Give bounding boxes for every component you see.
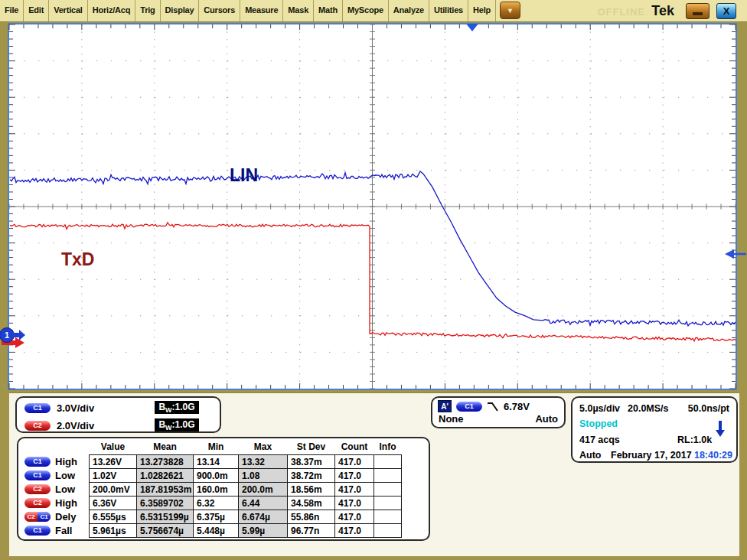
measurement-cell: 417.0 bbox=[334, 523, 374, 538]
measurement-cell: 13.14 bbox=[193, 454, 239, 469]
menu-dropdown-button[interactable]: ▼ bbox=[500, 2, 520, 19]
time: 18:40:29 bbox=[694, 450, 732, 461]
measurement-cell: 34.58m bbox=[287, 496, 335, 510]
trace-label-lin: LIN bbox=[230, 165, 258, 185]
channel-panel[interactable]: C1 3.0V/div BW:1.0G C2 2.0V/div BW:1.0G bbox=[15, 396, 221, 433]
measurement-source-badge: C2 bbox=[24, 498, 51, 508]
measurement-cell: 417.0 bbox=[334, 482, 374, 497]
measurement-label: High bbox=[55, 456, 77, 467]
c2-badge[interactable]: C2 bbox=[24, 421, 51, 431]
measurement-cell: 5.99µ bbox=[238, 523, 288, 538]
measurement-cell: 6.674µ bbox=[238, 510, 288, 524]
measurement-cell: 6.375µ bbox=[193, 510, 239, 524]
measurement-table[interactable]: ValueMeanMinMaxSt DevCountInfoC1High13.2… bbox=[17, 437, 430, 541]
menu-item-edit[interactable]: Edit bbox=[24, 0, 49, 21]
menu-item-utilities[interactable]: Utilities bbox=[429, 0, 468, 21]
channel-row-c1: C1 3.0V/div BW:1.0G bbox=[24, 400, 220, 415]
measurement-cell bbox=[374, 454, 402, 469]
menu-item-horizacq[interactable]: Horiz/Acq bbox=[88, 0, 136, 21]
acquisition-count: 417 acqs bbox=[579, 435, 620, 445]
measurement-cell: 6.36V bbox=[89, 496, 137, 510]
measurement-cell bbox=[374, 523, 402, 538]
measurement-cell: 1.08 bbox=[238, 468, 288, 483]
measurement-cell: 900.0m bbox=[193, 468, 239, 483]
measurement-cell bbox=[374, 496, 402, 510]
measurement-cell: 417.0 bbox=[334, 510, 374, 524]
measurement-row: C1High13.26V13.27382813.1413.3238.37m417… bbox=[18, 454, 429, 469]
menu-item-cursors[interactable]: Cursors bbox=[199, 0, 240, 21]
menu-item-math[interactable]: Math bbox=[314, 0, 343, 21]
measurement-source-badge: C2C1 bbox=[24, 512, 51, 522]
menu-item-analyze[interactable]: Analyze bbox=[389, 0, 429, 21]
record-length: RL:1.0k bbox=[677, 435, 712, 445]
measurement-cell: 13.273828 bbox=[136, 454, 194, 469]
measurement-cell: 6.3589702 bbox=[136, 496, 194, 510]
c2-scale: 2.0V/div bbox=[57, 420, 94, 431]
measurement-source-badge: C1 bbox=[24, 470, 51, 480]
measurement-row: C2C1Dely6.555µs6.5315199µ6.375µ6.674µ55.… bbox=[18, 510, 429, 524]
minimize-icon bbox=[693, 12, 703, 15]
sample-rate: 20.0MS/s bbox=[628, 403, 669, 414]
column-header: St Dev bbox=[297, 441, 325, 452]
measurement-cell: 38.72m bbox=[287, 468, 335, 483]
readout-area: C1 3.0V/div BW:1.0G C2 2.0V/div BW:1.0G … bbox=[9, 392, 739, 556]
measurement-row: C2High6.36V6.35897026.326.4434.58m417.0 bbox=[18, 496, 429, 510]
channel-row-c2: C2 2.0V/div BW:1.0G bbox=[24, 418, 220, 433]
graticule: LINTxD1 bbox=[9, 24, 736, 389]
waveform-display[interactable]: LINTxD1 bbox=[8, 23, 737, 390]
measurement-cell bbox=[374, 482, 402, 497]
trigger-panel[interactable]: A' C1 6.78V None Auto bbox=[431, 396, 566, 428]
menu-item-display[interactable]: Display bbox=[161, 0, 200, 21]
measurement-cell: 38.37m bbox=[287, 454, 335, 469]
trigger-event-badge: A' bbox=[438, 400, 452, 412]
menu-item-help[interactable]: Help bbox=[468, 0, 496, 21]
measurement-source-badge: C1 bbox=[24, 526, 51, 536]
menu-item-mask[interactable]: Mask bbox=[283, 0, 314, 21]
measurement-row: C1Low1.02V1.0282621900.0m1.0838.72m417.0 bbox=[18, 468, 429, 483]
trigger-holdoff: None bbox=[439, 413, 464, 425]
measurement-row: C1Fall5.961µs5.756674µ5.448µ5.99µ96.77n4… bbox=[18, 523, 429, 538]
measurement-cell: 96.77n bbox=[287, 523, 335, 538]
column-header: Mean bbox=[153, 441, 177, 452]
measurement-cell: 13.26V bbox=[89, 454, 137, 469]
trigger-level: 6.78V bbox=[504, 401, 530, 412]
measurement-cell: 200.0mV bbox=[89, 482, 137, 497]
measurement-cell bbox=[374, 510, 402, 524]
measurement-cell: 5.961µs bbox=[89, 523, 137, 538]
timebase-scale: 5.0µs/div bbox=[579, 403, 620, 414]
measurement-cell: 18.56m bbox=[287, 482, 335, 497]
watermark: OFFLINE bbox=[597, 6, 645, 18]
c1-badge[interactable]: C1 bbox=[24, 403, 51, 413]
measurement-label: Fall bbox=[55, 525, 72, 536]
measurement-label: Dely bbox=[55, 511, 76, 523]
measurement-cell: 6.5315199µ bbox=[136, 510, 194, 524]
measurement-cell: 1.02V bbox=[89, 468, 137, 483]
column-header: Count bbox=[341, 441, 368, 452]
close-button[interactable]: X bbox=[716, 3, 736, 19]
chevron-down-icon: ▼ bbox=[507, 7, 514, 15]
trigger-mode: Auto bbox=[535, 413, 558, 425]
measurement-label: Low bbox=[55, 470, 75, 481]
menu-item-file[interactable]: File bbox=[0, 0, 24, 21]
measurement-cell: 6.555µs bbox=[89, 510, 137, 524]
measurement-cell: 200.0m bbox=[238, 482, 288, 497]
measurement-cell: 13.32 bbox=[238, 454, 288, 469]
measurement-cell: 6.32 bbox=[193, 496, 239, 510]
measurement-row: C2Low200.0mV187.81953m160.0m200.0m18.56m… bbox=[18, 482, 429, 497]
acquisition-status: Stopped bbox=[579, 418, 618, 429]
measurement-cell: 55.86n bbox=[287, 510, 335, 524]
menu-item-myscope[interactable]: MyScope bbox=[343, 0, 389, 21]
menu-item-vertical[interactable]: Vertical bbox=[49, 0, 88, 21]
measurement-source-badge: C1 bbox=[24, 457, 51, 467]
menu-item-trig[interactable]: Trig bbox=[135, 0, 160, 21]
timebase-panel[interactable]: 5.0µs/div 20.0MS/s 50.0ns/pt Stopped 417… bbox=[571, 396, 738, 463]
measurement-cell: 417.0 bbox=[334, 454, 374, 469]
measurement-cell: 160.0m bbox=[193, 482, 239, 497]
minimize-button[interactable] bbox=[686, 3, 709, 19]
measurement-cell: 187.81953m bbox=[136, 482, 194, 497]
measurement-cell: 6.44 bbox=[238, 496, 288, 510]
trigger-source-badge: C1 bbox=[456, 402, 482, 412]
menu-item-measure[interactable]: Measure bbox=[240, 0, 283, 21]
date: February 17, 2017 bbox=[611, 450, 692, 461]
measurement-source-badge: C2 bbox=[24, 484, 51, 494]
